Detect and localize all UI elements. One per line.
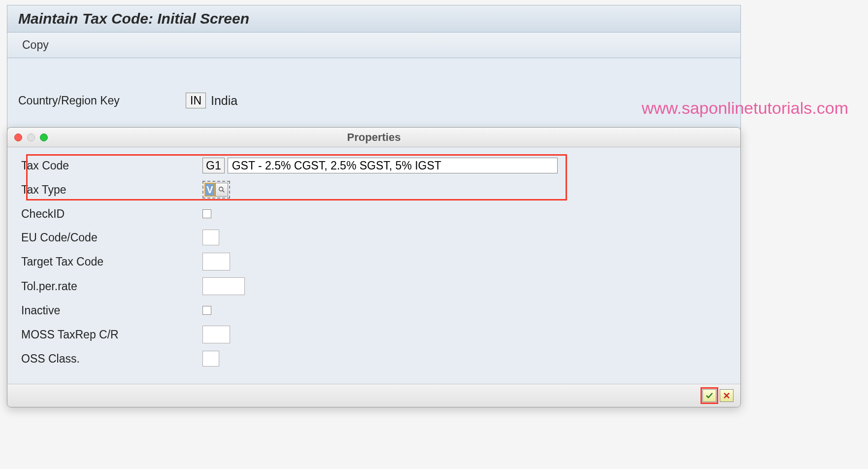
tol-rate-input[interactable] (202, 277, 245, 295)
title-bar: Maintain Tax Code: Initial Screen (7, 5, 740, 33)
tax-code-description-input[interactable] (228, 158, 558, 173)
close-window-button[interactable] (14, 134, 22, 141)
close-icon (723, 392, 730, 399)
dialog-footer (7, 384, 740, 407)
target-tax-label: Target Tax Code (21, 255, 202, 268)
check-id-row: CheckID (21, 205, 727, 222)
dialog-titlebar: Properties (7, 128, 740, 147)
tol-rate-row: Tol.per.rate (21, 277, 727, 295)
window-controls (14, 134, 48, 141)
country-row: Country/Region Key IN India (18, 93, 730, 108)
ok-button[interactable] (702, 389, 716, 402)
eu-code-row: EU Code/Code (21, 229, 727, 246)
eu-code-label: EU Code/Code (21, 231, 202, 244)
moss-input[interactable] (202, 326, 230, 343)
dialog-body: Tax Code G1 Tax Type CheckID EU Code/Cod… (7, 147, 740, 384)
tax-type-input[interactable] (204, 183, 215, 197)
svg-point-0 (219, 187, 223, 191)
check-id-checkbox[interactable] (202, 209, 211, 218)
copy-button[interactable]: Copy (18, 36, 53, 54)
target-tax-row: Target Tax Code (21, 253, 727, 270)
main-content: Country/Region Key IN India (7, 58, 740, 108)
inactive-label: Inactive (21, 304, 202, 317)
inactive-row: Inactive (21, 302, 727, 319)
oss-label: OSS Class. (21, 352, 202, 366)
country-label: Country/Region Key (18, 94, 186, 107)
tax-type-label: Tax Type (21, 183, 202, 197)
tol-rate-label: Tol.per.rate (21, 280, 202, 293)
page-title: Maintain Tax Code: Initial Screen (18, 10, 730, 27)
oss-input[interactable] (202, 351, 219, 367)
tax-code-row: Tax Code G1 (21, 157, 727, 174)
target-tax-input[interactable] (202, 253, 230, 270)
tax-code-label: Tax Code (21, 159, 202, 172)
eu-code-input[interactable] (202, 230, 219, 245)
check-icon (705, 392, 713, 399)
tax-type-field-wrap (202, 181, 230, 199)
toolbar: Copy (7, 33, 740, 58)
svg-line-1 (223, 191, 225, 193)
tax-code-value: G1 (202, 158, 225, 173)
country-name: India (211, 94, 237, 108)
ok-highlight-annotation (701, 387, 718, 404)
search-icon (218, 186, 225, 193)
dialog-title: Properties (347, 131, 401, 144)
tax-type-search-help-button[interactable] (215, 183, 228, 197)
cancel-button[interactable] (720, 389, 734, 402)
country-code-box: IN (186, 93, 206, 108)
minimize-window-button[interactable] (27, 134, 35, 141)
maximize-window-button[interactable] (40, 134, 48, 141)
oss-row: OSS Class. (21, 350, 727, 367)
moss-row: MOSS TaxRep C/R (21, 326, 727, 343)
watermark: www.saponlinetutorials.com (641, 99, 848, 118)
check-id-label: CheckID (21, 207, 202, 221)
properties-dialog: Properties Tax Code G1 Tax Type CheckID … (7, 127, 741, 407)
inactive-checkbox[interactable] (202, 306, 211, 315)
tax-type-row: Tax Type (21, 181, 727, 199)
moss-label: MOSS TaxRep C/R (21, 328, 202, 341)
